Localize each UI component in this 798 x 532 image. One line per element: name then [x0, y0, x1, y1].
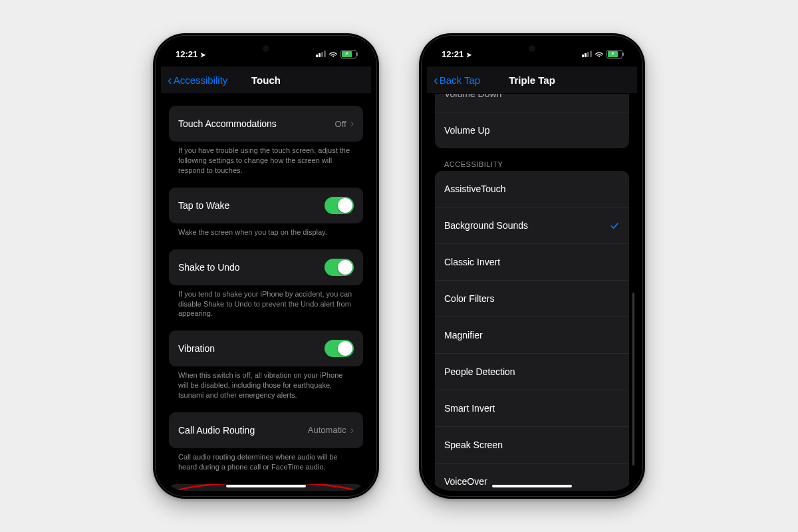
partial-group-top: Volume Down Volume Up	[435, 93, 629, 148]
toggle-switch[interactable]	[325, 340, 354, 357]
settings-content[interactable]: Volume Down Volume Up ACCESSIBILITY Assi…	[427, 93, 637, 491]
row-footer: When this switch is off, all vibration o…	[169, 366, 363, 400]
list-item[interactable]: Classic Invert	[435, 243, 629, 280]
notch	[216, 41, 316, 59]
location-services-icon: ➤	[200, 51, 205, 59]
navbar: ‹ Back Tap Triple Tap	[427, 66, 637, 94]
row-label: People Detection	[444, 366, 620, 377]
screenshot-stage: 12:21 ➤ ⚡︎ ‹ Accessibility Touch menus.	[0, 0, 798, 532]
chevron-left-icon: ‹	[434, 73, 438, 86]
back-label: Accessibility	[174, 74, 228, 86]
wifi-icon	[329, 49, 338, 59]
chevron-right-icon: ›	[350, 118, 354, 130]
row-footer: If you have trouble using the touch scre…	[169, 142, 363, 176]
list-item[interactable]: Smart Invert	[435, 390, 629, 426]
phone-left: 12:21 ➤ ⚡︎ ‹ Accessibility Touch menus.	[153, 33, 379, 499]
row-label: Smart Invert	[444, 403, 620, 414]
row-value: Automatic	[308, 425, 346, 435]
battery-icon: ⚡︎	[340, 50, 356, 59]
back-button[interactable]: ‹ Back Tap	[434, 73, 480, 86]
row-volume-up[interactable]: Volume Up	[435, 112, 629, 148]
row-label: Tap to Wake	[178, 200, 325, 211]
row-label: Volume Down	[444, 93, 620, 99]
row-label: Background Sounds	[444, 220, 609, 231]
navbar: ‹ Accessibility Touch	[161, 66, 371, 94]
row-call-audio-routing[interactable]: Call Audio Routing Automatic ›	[169, 412, 363, 448]
charging-icon: ⚡︎	[345, 51, 348, 57]
list-item[interactable]: Color Filters	[435, 280, 629, 317]
battery-icon: ⚡︎	[606, 50, 622, 59]
section-header-accessibility: ACCESSIBILITY	[435, 148, 629, 171]
screen-right: 12:21 ➤ ⚡︎ ‹ Back Tap Triple Tap	[427, 41, 637, 491]
status-time: 12:21	[176, 49, 198, 59]
scrollbar[interactable]	[632, 293, 634, 466]
row-label: Volume Up	[444, 125, 620, 136]
list-item[interactable]: Speak Screen	[435, 426, 629, 463]
row-value: Off	[335, 119, 346, 129]
chevron-right-icon: ›	[350, 424, 354, 436]
list-item[interactable]: People Detection	[435, 353, 629, 390]
row-volume-down[interactable]: Volume Down	[435, 93, 629, 112]
row-footer: Call audio routing determines where audi…	[169, 448, 363, 472]
checkmark-icon	[609, 220, 620, 231]
back-button[interactable]: ‹ Accessibility	[168, 73, 227, 86]
row-label: Color Filters	[444, 293, 620, 304]
list-item[interactable]: Background Sounds	[435, 207, 629, 243]
toggle-switch[interactable]	[325, 259, 354, 276]
home-indicator[interactable]	[492, 485, 572, 487]
row-label: Vibration	[178, 343, 325, 354]
group-accessibility: AssistiveTouchBackground SoundsClassic I…	[435, 171, 629, 491]
row-footer: If you tend to shake your iPhone by acci…	[169, 285, 363, 319]
row-shake-to-undo[interactable]: Shake to Undo	[169, 249, 363, 285]
charging-icon: ⚡︎	[611, 51, 614, 57]
cellular-signal-icon	[316, 51, 326, 57]
notch	[482, 41, 582, 59]
home-indicator[interactable]	[226, 485, 306, 487]
row-label: Magnifier	[444, 330, 620, 340]
location-services-icon: ➤	[466, 51, 471, 59]
row-label: Shake to Undo	[178, 262, 325, 273]
list-item[interactable]: Magnifier	[435, 317, 629, 353]
row-touch-accommodations[interactable]: Touch Accommodations Off ›	[169, 106, 363, 142]
page-title: Triple Tap	[509, 74, 555, 86]
row-label: AssistiveTouch	[444, 184, 620, 194]
phone-right: 12:21 ➤ ⚡︎ ‹ Back Tap Triple Tap	[419, 33, 645, 499]
settings-content[interactable]: menus. Touch Accommodations Off › If you…	[161, 93, 371, 491]
chevron-left-icon: ‹	[168, 73, 172, 86]
page-title: Touch	[251, 74, 281, 86]
row-vibration[interactable]: Vibration	[169, 331, 363, 366]
row-label: Call Audio Routing	[178, 425, 308, 436]
wifi-icon	[595, 49, 604, 59]
row-label: Touch Accommodations	[178, 118, 335, 129]
list-item[interactable]: AssistiveTouch	[435, 171, 629, 207]
back-label: Back Tap	[440, 74, 480, 86]
row-label: Classic Invert	[444, 257, 620, 267]
row-footer: Wake the screen when you tap on the disp…	[169, 223, 363, 237]
status-time: 12:21	[442, 49, 464, 59]
screen-left: 12:21 ➤ ⚡︎ ‹ Accessibility Touch menus.	[161, 41, 371, 491]
row-tap-to-wake[interactable]: Tap to Wake	[169, 188, 363, 223]
cellular-signal-icon	[582, 51, 592, 57]
row-label: Speak Screen	[444, 440, 620, 450]
toggle-switch[interactable]	[325, 197, 354, 214]
